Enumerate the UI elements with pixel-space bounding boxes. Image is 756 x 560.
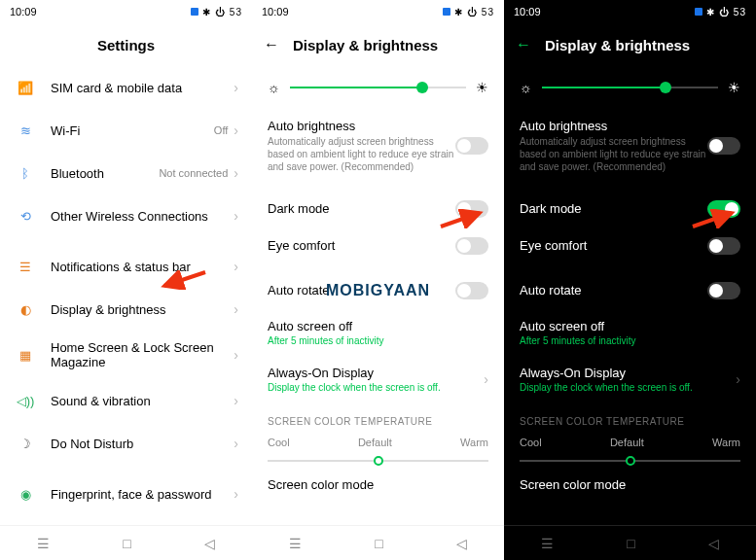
row-icon: ◐ — [14, 298, 37, 321]
auto-brightness-toggle[interactable] — [707, 137, 740, 155]
row-sub: Off — [214, 124, 228, 136]
row-label: Display & brightness — [51, 302, 228, 317]
time: 10:09 — [262, 6, 289, 18]
settings-row[interactable]: ≋ Wi-Fi Off › — [0, 109, 252, 152]
settings-row[interactable]: 📶 SIM card & mobile data › — [0, 66, 252, 109]
chevron-icon: › — [234, 393, 238, 408]
settings-list[interactable]: 📶 SIM card & mobile data ›≋ Wi-Fi Off ›ᛒ… — [0, 66, 252, 525]
row-label: Fingerprint, face & password — [51, 487, 228, 502]
notification-icon — [443, 8, 450, 16]
settings-row[interactable]: ◐ Display & brightness › — [0, 288, 252, 331]
auto-brightness-row[interactable]: Auto brightness Automatically adjust scr… — [504, 109, 756, 183]
auto-rotate-row[interactable]: Auto rotate — [252, 272, 504, 309]
settings-row[interactable]: ☰ Notifications & status bar › — [0, 245, 252, 288]
nav-bar: ☰ □ ◁ — [504, 525, 756, 560]
row-label: Other Wireless Connections — [51, 209, 228, 224]
auto-brightness-toggle[interactable] — [455, 137, 488, 155]
menu-button[interactable]: ☰ — [541, 536, 554, 551]
auto-screen-off-row[interactable]: Auto screen off After 5 minutes of inact… — [252, 309, 504, 356]
page-title: Display & brightness — [293, 37, 438, 53]
setting-label: Always-On Display — [268, 366, 478, 380]
eye-comfort-row[interactable]: Eye comfort — [504, 228, 756, 264]
back-button[interactable]: ◁ — [204, 536, 215, 551]
home-button[interactable]: □ — [123, 536, 130, 551]
dark-mode-toggle[interactable] — [707, 200, 740, 218]
auto-rotate-toggle[interactable] — [707, 282, 740, 299]
row-icon: ≋ — [14, 119, 37, 142]
nav-bar: ☰ □ ◁ — [252, 525, 504, 560]
eye-comfort-row[interactable]: Eye comfort — [252, 228, 504, 264]
setting-sub: After 5 minutes of inactivity — [268, 335, 488, 346]
setting-label: Auto rotate — [268, 283, 455, 298]
row-icon: ᛒ — [14, 161, 37, 185]
temp-labels: Cool Default Warm — [252, 433, 504, 452]
chevron-icon: › — [736, 371, 740, 387]
row-label: SIM card & mobile data — [51, 81, 228, 95]
section-label: SCREEN COLOR TEMPERATURE — [504, 402, 756, 433]
header: Settings — [0, 23, 252, 66]
back-button[interactable]: ◁ — [708, 536, 719, 551]
menu-button[interactable]: ☰ — [289, 536, 302, 551]
row-label: Sound & vibration — [51, 394, 228, 408]
brightness-slider[interactable]: ☼ ☀ — [504, 66, 756, 109]
status-icons: ✱ ⏻ 53 — [706, 7, 746, 18]
setting-label: Auto screen off — [520, 319, 740, 333]
header: ← Display & brightness — [252, 23, 504, 66]
home-button[interactable]: □ — [375, 536, 382, 551]
settings-row[interactable]: ☽ Do Not Disturb › — [0, 422, 252, 465]
auto-rotate-toggle[interactable] — [455, 282, 488, 299]
back-arrow-icon[interactable]: ← — [264, 36, 283, 53]
eye-comfort-toggle[interactable] — [707, 237, 740, 255]
chevron-icon: › — [234, 80, 238, 95]
always-on-row[interactable]: Always-On Display Display the clock when… — [252, 356, 504, 402]
row-label: Do Not Disturb — [51, 437, 228, 451]
setting-label: Always-On Display — [520, 366, 730, 380]
dark-mode-toggle[interactable] — [455, 200, 488, 218]
setting-desc: Automatically adjust screen brightness b… — [520, 135, 707, 173]
content[interactable]: ☼ ☀ Auto brightness Automatically adjust… — [252, 66, 504, 525]
section-label: SCREEN COLOR TEMPERATURE — [252, 402, 504, 433]
temp-slider[interactable] — [504, 452, 756, 472]
display-brightness-light: 10:09 ✱ ⏻ 53 ← Display & brightness ☼ ☀ … — [252, 0, 504, 560]
setting-label: Dark mode — [268, 201, 455, 216]
back-arrow-icon[interactable]: ← — [516, 36, 535, 53]
back-button[interactable]: ◁ — [456, 536, 467, 551]
always-on-row[interactable]: Always-On Display Display the clock when… — [504, 356, 756, 402]
brightness-slider[interactable]: ☼ ☀ — [252, 66, 504, 109]
settings-row[interactable]: ◁)) Sound & vibration › — [0, 379, 252, 422]
header: ← Display & brightness — [504, 23, 756, 66]
setting-label: Auto brightness — [268, 119, 455, 133]
settings-row[interactable]: ◉ Fingerprint, face & password › — [0, 472, 252, 515]
row-icon: ☰ — [14, 255, 37, 278]
status-icons: ✱ ⏻ 53 — [454, 7, 494, 18]
content[interactable]: ☼ ☀ Auto brightness Automatically adjust… — [504, 66, 756, 525]
dark-mode-row[interactable]: Dark mode — [252, 191, 504, 228]
row-label: Notifications & status bar — [51, 260, 228, 274]
settings-row[interactable]: ▦ Home Screen & Lock Screen Magazine › — [0, 331, 252, 379]
chevron-icon: › — [234, 436, 238, 451]
temp-slider[interactable] — [252, 452, 504, 472]
auto-screen-off-row[interactable]: Auto screen off After 5 minutes of inact… — [504, 309, 756, 356]
setting-sub: Display the clock when the screen is off… — [268, 382, 478, 393]
setting-sub: Display the clock when the screen is off… — [520, 382, 730, 393]
settings-row[interactable]: ✿ Convenience tools › — [0, 515, 252, 525]
status-bar: 10:09 ✱ ⏻ 53 — [504, 0, 756, 23]
row-sub: Not connected — [159, 167, 228, 179]
menu-button[interactable]: ☰ — [37, 536, 50, 551]
settings-row[interactable]: ⟲ Other Wireless Connections › — [0, 194, 252, 237]
status-bar: 10:09 ✱ ⏻ 53 — [0, 0, 252, 23]
notification-icon — [191, 8, 198, 16]
row-label: Bluetooth — [51, 166, 159, 181]
auto-brightness-row[interactable]: Auto brightness Automatically adjust scr… — [252, 109, 504, 183]
chevron-icon: › — [234, 259, 238, 274]
dark-mode-row[interactable]: Dark mode — [504, 191, 756, 228]
home-button[interactable]: □ — [627, 536, 634, 551]
chevron-icon: › — [234, 347, 238, 363]
chevron-icon: › — [234, 301, 238, 317]
eye-comfort-toggle[interactable] — [455, 237, 488, 255]
auto-rotate-row[interactable]: Auto rotate — [504, 272, 756, 309]
row-icon: ☽ — [14, 432, 37, 455]
chevron-icon: › — [234, 122, 238, 138]
settings-row[interactable]: ᛒ Bluetooth Not connected › — [0, 152, 252, 194]
time: 10:09 — [10, 6, 37, 18]
